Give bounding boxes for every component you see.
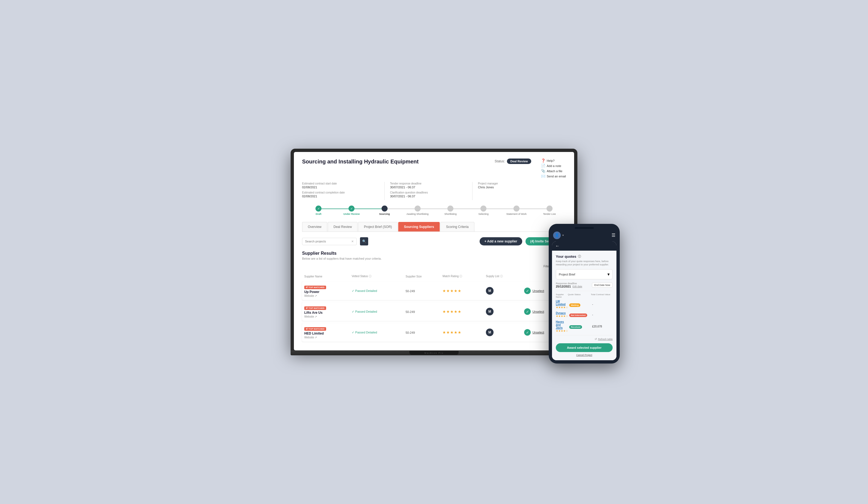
table-row: 🏷 TOP MATCHED Up Power Website ↗ xyxy=(302,282,566,300)
phone-quotes-title: Your quotes ⓘ xyxy=(556,254,613,259)
tab-project-brief[interactable]: Project Brief (SOR) xyxy=(358,222,398,232)
step-under-review[interactable]: ✓ Under Review xyxy=(335,205,368,215)
passed-badge-3: ✓ Passed Detailed xyxy=(352,331,401,334)
meta-label-clarification: Clarification question deadlines xyxy=(390,191,467,194)
rating-cell-3: ★★★★★ xyxy=(440,323,484,342)
phone-dropdown[interactable]: Project Brief ▾ xyxy=(556,269,613,279)
step-sow[interactable]: Statement of Work xyxy=(500,205,533,215)
passed-badge-1: ✓ Passed Detailed xyxy=(352,289,401,293)
step-shortlisting[interactable]: Shortlisting xyxy=(434,205,467,215)
step-circle-sow xyxy=(514,205,519,212)
phone-supplier-name-3[interactable]: Hayes and Javis xyxy=(556,320,568,329)
step-tender-live[interactable]: Tender Live xyxy=(533,205,566,215)
size-text-2: 50-249 xyxy=(406,310,415,313)
search-button[interactable]: 🔍 xyxy=(360,237,368,245)
action-send-email[interactable]: ✉️ Send an email xyxy=(541,174,566,178)
step-circle-shortlisting xyxy=(447,205,453,212)
info-icon: ⓘ xyxy=(578,254,581,259)
back-arrow-icon[interactable]: ← xyxy=(555,243,560,249)
help-icon: ❓ xyxy=(541,159,546,163)
contract-value-2: - xyxy=(592,313,614,316)
status-area: Status: Deal Review xyxy=(495,159,531,164)
refresh-link[interactable]: Refresh table xyxy=(598,338,613,341)
action-add-note[interactable]: 📄 Add a note xyxy=(541,164,566,168)
supplier-name-2: Lifts Are Us xyxy=(304,311,348,315)
step-label-sow: Statement of Work xyxy=(506,213,527,215)
col-header-rating: Match Rating ⓘ xyxy=(440,273,484,279)
unselect-link-2[interactable]: Unselect xyxy=(532,310,544,313)
size-text-1: 50-249 xyxy=(406,290,415,293)
laptop: Sourcing and Installing Hydraulic Equipm… xyxy=(291,149,577,355)
step-circle-sourcing xyxy=(382,205,388,212)
vetted-info-icon[interactable]: ⓘ xyxy=(369,275,371,278)
step-label-selecting: Selecting xyxy=(478,213,489,215)
deadline-label: Response deadline xyxy=(556,282,582,285)
rating-cell-1: ★★★★★ xyxy=(440,282,484,300)
unselect-link-1[interactable]: Unselect xyxy=(532,289,544,292)
unselect-link-3[interactable]: Unselect xyxy=(532,331,544,334)
table-row: 🏷 TOP MATCHED HED Limited Website ↗ xyxy=(302,323,566,342)
passed-badge-2: ✓ Passed Detailed xyxy=(352,310,401,313)
step-line-6 xyxy=(484,209,516,209)
check-icon-3: ✓ xyxy=(352,331,354,334)
meta-value-clarification: 30/07/2021 - 06:37 xyxy=(390,195,467,198)
phone-supplier-name-2[interactable]: Dynaco xyxy=(556,312,568,315)
meta-col-manager: Project manager Chris Jones xyxy=(478,182,560,200)
phone-supplier-name-1[interactable]: LW Limited xyxy=(556,300,568,306)
step-sourcing[interactable]: Sourcing xyxy=(368,205,401,215)
divider-2 xyxy=(556,335,613,335)
status-badge-not-interested: Not Interested xyxy=(569,313,587,317)
tab-sourcing-suppliers[interactable]: Sourcing Suppliers xyxy=(398,222,440,232)
step-selecting[interactable]: Selecting xyxy=(467,205,500,215)
tab-deal-review[interactable]: Deal Review xyxy=(328,222,358,232)
stars-2: ★★★★★ xyxy=(443,309,462,314)
step-draft[interactable]: ✓ Draft xyxy=(302,205,335,215)
refresh-row: ↺ Refresh table xyxy=(556,337,613,341)
phone-supplier-row-3: Hayes and Javis ★★★★☆ Received £20,678 xyxy=(556,320,613,332)
phone-status-bar: 👤 ▾ ☰ xyxy=(552,232,617,239)
results-subtitle: Below are a list of suppliers that have … xyxy=(302,257,566,260)
supplier-table: Supplier Name Vetted Status ⓘ Supplier S… xyxy=(302,271,566,344)
status-badge[interactable]: Deal Review xyxy=(507,159,531,164)
status-label: Status: xyxy=(495,159,505,163)
laptop-base: MacBook Pro xyxy=(291,350,577,355)
meta-col-dates: Estimated contract start date 02/08/2021… xyxy=(302,182,384,200)
top-matched-badge-1: 🏷 TOP MATCHED xyxy=(304,286,326,289)
hamburger-icon[interactable]: ☰ xyxy=(611,233,616,238)
phone-notch xyxy=(575,227,594,229)
supplier-name-cell-3: 🏷 TOP MATCHED HED Limited Website ↗ xyxy=(302,323,350,342)
website-link-1[interactable]: Website ↗ xyxy=(304,294,348,298)
end-date-button[interactable]: End Date Now xyxy=(592,283,613,288)
phone-supplier-row-1: LW Limited ★★★★☆ Waiting - xyxy=(556,300,613,309)
search-input[interactable] xyxy=(305,240,350,243)
website-link-3[interactable]: Website ↗ xyxy=(304,336,348,339)
step-circle-review: ✓ xyxy=(349,205,354,212)
supply-info-icon[interactable]: ⓘ xyxy=(500,275,503,278)
email-icon: ✉️ xyxy=(541,174,546,178)
award-supplier-button[interactable]: Award selected supplier xyxy=(556,343,613,352)
add-supplier-button[interactable]: + Add a new supplier xyxy=(479,237,522,245)
deadline-edit-link[interactable]: Edit date xyxy=(572,285,582,288)
action-help[interactable]: ❓ Help? xyxy=(541,159,566,163)
action-attach-file[interactable]: 📎 Attach a file xyxy=(541,169,566,173)
supply-cell-3: M xyxy=(484,323,522,342)
tab-bar: Overview Deal Review Project Brief (SOR)… xyxy=(302,222,566,232)
tab-overview[interactable]: Overview xyxy=(302,222,327,232)
col-header-size: Supplier Size xyxy=(403,273,440,279)
clear-icon[interactable]: ✕ xyxy=(351,240,354,243)
table-row: 🏷 TOP MATCHED Lifts Are Us Website ↗ xyxy=(302,302,566,321)
search-box: ✕ xyxy=(302,238,357,245)
website-link-2[interactable]: Website ↗ xyxy=(304,315,348,318)
cancel-project-link[interactable]: Cancel Project xyxy=(556,354,613,356)
check-icon-2: ✓ xyxy=(352,310,354,313)
step-awaiting[interactable]: Awaiting Shortlisting xyxy=(401,205,434,215)
tab-scoring-criteria[interactable]: Scoring Criteria xyxy=(440,222,474,232)
meta-label-end: Estimated contract completion date xyxy=(302,191,379,194)
results-title: Supplier Results xyxy=(302,251,566,256)
size-cell-2: 50-249 xyxy=(403,302,440,321)
phone-supplier-row-2: Dynaco ★★★★☆ Not Interested - xyxy=(556,312,613,317)
size-cell-3: 50-249 xyxy=(403,323,440,342)
rating-info-icon[interactable]: ⓘ xyxy=(459,275,462,278)
phone-dropdown-label: Project Brief xyxy=(559,273,575,276)
selected-check-3: ✓ xyxy=(524,329,531,336)
